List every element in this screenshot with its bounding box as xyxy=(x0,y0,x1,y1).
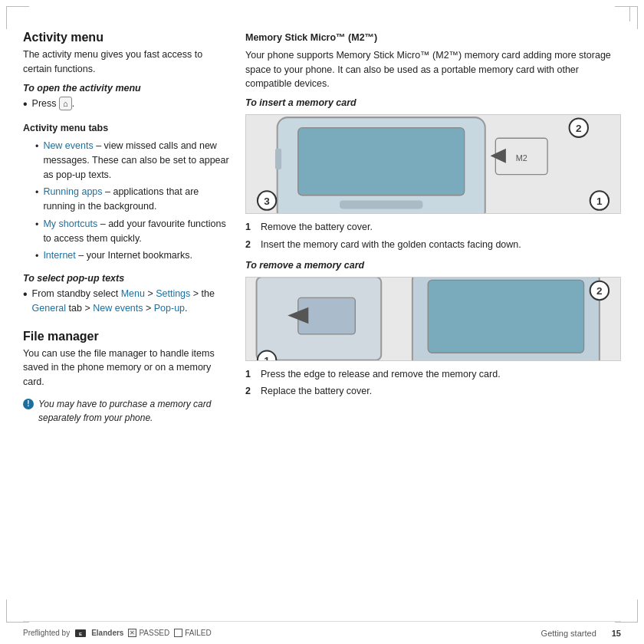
passed-label: PASSED xyxy=(139,629,169,637)
top-right-mark xyxy=(629,6,630,21)
memory-stick-intro: Your phone supports Memory Stick Micro™ … xyxy=(245,48,621,91)
passed-box-wrap: ✕ PASSED xyxy=(128,629,169,637)
remove-step-2: 2 Replace the battery cover. xyxy=(245,384,621,399)
press-item: • Press ⌂. xyxy=(23,97,230,111)
insert-phone-svg: M2 2 3 1 xyxy=(246,114,620,214)
file-manager-intro: You can use the file manager to handle i… xyxy=(23,347,230,389)
note-text: You may have to purchase a memory card s… xyxy=(38,397,230,425)
memory-stick-heading: Memory Stick Micro™ (M2™) xyxy=(245,31,621,45)
left-column: Activity menu The activity menu gives yo… xyxy=(23,23,230,606)
open-activity-title: To open the activity menu xyxy=(23,83,230,94)
tabs-heading: Activity menu tabs xyxy=(23,121,230,136)
footer-left: Preflighted by E Elanders ✕ PASSED FAILE… xyxy=(23,627,212,639)
note-item: ! You may have to purchase a memory card… xyxy=(23,397,230,425)
insert-step-1: 1 Remove the battery cover. xyxy=(245,220,621,235)
popup-link[interactable]: Pop-up xyxy=(154,303,185,314)
popup-title: To select pop-up texts xyxy=(23,273,230,284)
page: Activity menu The activity menu gives yo… xyxy=(0,0,644,644)
running-apps-link[interactable]: Running apps xyxy=(43,186,102,197)
right-column: Memory Stick Micro™ (M2™) Your phone sup… xyxy=(245,23,621,606)
failed-label: FAILED xyxy=(185,629,211,637)
key-icon: ⌂ xyxy=(59,97,72,110)
settings-link[interactable]: Settings xyxy=(156,288,190,299)
footer-right: Getting started 15 xyxy=(541,629,621,638)
footer-page-number: 15 xyxy=(612,629,621,638)
failed-box-wrap: FAILED xyxy=(174,629,211,637)
popup-text: From standby select Menu > Settings > th… xyxy=(32,287,230,316)
bullet-3: • xyxy=(35,218,38,232)
internet-link[interactable]: Internet xyxy=(43,250,75,261)
bullet-4: • xyxy=(35,249,38,264)
bullet-1: • xyxy=(35,140,38,154)
svg-text:1: 1 xyxy=(264,355,270,360)
tab-shortcuts-text: My shortcuts – add your favourite functi… xyxy=(43,217,230,246)
preflight-label: Preflighted by xyxy=(23,629,70,637)
remove-step-1-text: Press the edge to release and remove the… xyxy=(261,367,501,382)
tab-my-shortcuts: • My shortcuts – add your favourite func… xyxy=(35,217,230,246)
company-name: Elanders xyxy=(91,629,123,637)
insert-step-2-text: Insert the memory card with the golden c… xyxy=(261,238,521,252)
activity-menu-intro: The activity menu gives you fast access … xyxy=(23,48,230,77)
remove-num-1: 1 xyxy=(245,367,256,382)
press-label: Press xyxy=(32,98,57,109)
svg-text:2: 2 xyxy=(596,285,603,297)
tab-internet-text: Internet – your Internet bookmarks. xyxy=(43,248,192,263)
bullet-2: • xyxy=(35,186,38,200)
remove-phone-svg: 1 2 xyxy=(246,277,620,361)
footer-section: Getting started xyxy=(541,629,596,638)
svg-text:E: E xyxy=(79,632,82,636)
insert-step-2: 2 Insert the memory card with the golden… xyxy=(245,238,621,252)
remove-image: 1 2 xyxy=(245,277,621,361)
general-link[interactable]: General xyxy=(32,303,66,314)
svg-rect-17 xyxy=(428,280,583,353)
passed-checkbox: ✕ xyxy=(128,629,136,637)
tab-internet: • Internet – your Internet bookmarks. xyxy=(35,248,230,264)
tab-running-apps: • Running apps – applications that are r… xyxy=(35,185,230,214)
svg-text:1: 1 xyxy=(596,196,603,207)
menu-link[interactable]: Menu xyxy=(121,288,145,299)
insert-title: To insert a memory card xyxy=(245,97,621,108)
svg-text:2: 2 xyxy=(576,123,582,134)
insert-image: M2 2 3 1 xyxy=(245,114,621,214)
my-shortcuts-link[interactable]: My shortcuts xyxy=(43,219,97,229)
bullet-dot-press: • xyxy=(23,98,28,110)
svg-text:3: 3 xyxy=(264,196,270,207)
activity-menu-heading: Activity menu xyxy=(23,31,230,44)
remove-num-2: 2 xyxy=(245,384,256,399)
tab-new-events: • New events – view missed calls and new… xyxy=(35,139,230,182)
tab-running-apps-text: Running apps – applications that are run… xyxy=(43,185,230,214)
remove-step-2-text: Replace the battery cover. xyxy=(261,384,372,399)
press-text: Press ⌂. xyxy=(32,97,75,111)
remove-step-1: 1 Press the edge to release and remove t… xyxy=(245,367,621,382)
note-icon: ! xyxy=(23,399,34,409)
popup-instruction: • From standby select Menu > Settings > … xyxy=(23,287,230,316)
remove-title: To remove a memory card xyxy=(245,260,621,271)
file-manager-heading: File manager xyxy=(23,330,230,343)
elanders-logo-icon: E xyxy=(74,627,87,639)
failed-checkbox xyxy=(174,629,182,637)
new-events-link[interactable]: New events xyxy=(43,140,93,151)
svg-rect-3 xyxy=(275,149,281,169)
tabs-list: • New events – view missed calls and new… xyxy=(35,139,230,264)
svg-rect-2 xyxy=(340,200,422,209)
bullet-popup: • xyxy=(23,288,28,301)
step-num-1: 1 xyxy=(245,220,256,235)
tab-new-events-text: New events – view missed calls and new m… xyxy=(43,139,230,182)
step-num-2: 2 xyxy=(245,238,256,252)
footer: Preflighted by E Elanders ✕ PASSED FAILE… xyxy=(23,621,621,644)
insert-step-1-text: Remove the battery cover. xyxy=(261,220,373,235)
new-events-link2[interactable]: New events xyxy=(93,303,143,314)
svg-text:M2: M2 xyxy=(516,153,527,163)
svg-rect-1 xyxy=(298,128,465,196)
content-area: Activity menu The activity menu gives yo… xyxy=(23,23,621,606)
